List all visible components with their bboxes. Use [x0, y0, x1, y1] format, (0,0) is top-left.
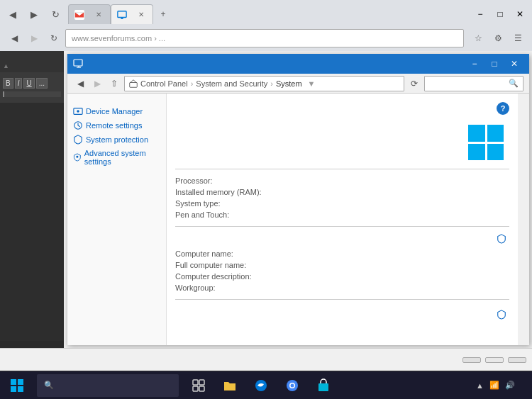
settings-icon[interactable]: ⚙ [489, 30, 506, 47]
svg-rect-14 [193, 386, 198, 391]
cancel-button[interactable] [508, 357, 526, 363]
system-protection-link[interactable]: System protection [73, 135, 160, 145]
task-view-button[interactable] [184, 371, 213, 400]
tab-2-close[interactable]: ✕ [135, 9, 147, 21]
taskbar-search-box[interactable]: 🔍 [37, 374, 179, 397]
post-quick-reply-button[interactable] [462, 357, 481, 363]
svg-rect-1 [118, 11, 126, 17]
divider-2 [175, 226, 509, 227]
remote-settings-icon [73, 120, 83, 130]
sys-address-bar[interactable]: Control Panel › System and Security › Sy… [124, 76, 404, 91]
address-input[interactable]: www.sevenforums.com › ... [65, 29, 464, 47]
sys-maximize-button[interactable]: □ [485, 55, 504, 73]
refresh-button[interactable]: ↻ [45, 4, 65, 24]
back-nav-button[interactable]: ◀ [6, 30, 23, 47]
store-icon[interactable] [309, 371, 338, 400]
tab-2[interactable]: ✕ [111, 4, 153, 24]
system-tray: ▲ 📶 🔊 [470, 381, 532, 390]
pen-touch-row: Pen and Touch: [175, 210, 509, 219]
new-tab-button[interactable]: + [153, 4, 173, 24]
sys-close-button[interactable]: ✕ [505, 55, 523, 73]
windows-store-icon [316, 378, 331, 393]
forum-toolbar: B I U ... [3, 78, 61, 89]
monitor-favicon [117, 10, 127, 20]
italic-button[interactable]: I [15, 78, 23, 89]
windows-logo [11, 379, 23, 392]
bc-dropdown-icon[interactable]: ▼ [308, 79, 316, 88]
sys-up-button[interactable]: ⇧ [107, 77, 121, 91]
sys-minimize-button[interactable]: − [465, 55, 484, 73]
windows10-logo [468, 125, 509, 160]
device-manager-link[interactable]: Device Manager [73, 106, 160, 116]
menu-icon[interactable]: ☰ [509, 30, 526, 47]
taskbar-app-icons [182, 371, 340, 400]
bold-button[interactable]: B [3, 78, 13, 89]
full-comp-name-label: Full computer name: [175, 261, 303, 269]
ram-label: Installed memory (RAM): [175, 188, 303, 196]
maximize-button[interactable]: □ [491, 5, 509, 23]
addr-text: www.sevenforums.com › ... [72, 34, 165, 43]
computer-desc-row: Computer description: [175, 272, 509, 281]
browser-controls: ◀ ▶ ↻ [3, 4, 65, 24]
svg-rect-7 [130, 82, 138, 87]
chrome-icon[interactable] [278, 371, 306, 400]
taskbar: 🔍 ▲ 📶 🔊 [0, 371, 532, 399]
sys-back-button[interactable]: ◀ [73, 77, 87, 91]
refresh-nav-button[interactable]: ↻ [45, 30, 62, 47]
bc-system: System [276, 79, 302, 88]
bc-sep2: › [270, 79, 273, 88]
close-button[interactable]: ✕ [511, 5, 529, 23]
svg-rect-4 [74, 60, 82, 66]
comp-desc-value [303, 272, 509, 281]
product-id-label [175, 310, 303, 320]
system-sidebar: Device Manager Remote settings System pr… [67, 94, 167, 345]
toolbar-icons: ☆ ⚙ ☰ [470, 30, 526, 47]
product-id-value [303, 310, 485, 320]
browser-bottom-bar [0, 348, 532, 371]
start-button[interactable] [0, 371, 34, 400]
advanced-settings-icon [73, 152, 82, 162]
tab-1[interactable]: ✕ [68, 4, 111, 24]
forum-icon: ▲ [3, 62, 9, 69]
go-advanced-button[interactable] [485, 357, 504, 363]
browser-chrome: ◀ ▶ ↻ ✕ [0, 0, 532, 51]
system-info-table: Processor: Installed memory (RAM): Syste… [175, 176, 509, 219]
volume-icon[interactable]: 🔊 [505, 381, 515, 390]
system-title-bar: − □ ✕ [67, 54, 529, 74]
advanced-system-settings-link[interactable]: Advanced system settings [73, 149, 160, 166]
edge-icon[interactable] [247, 371, 275, 400]
shield-icon [73, 135, 83, 145]
change-settings-link[interactable] [497, 234, 509, 244]
scrollbar[interactable] [518, 94, 529, 345]
system-type-label: System type: [175, 199, 303, 208]
forward-button[interactable]: ▶ [24, 4, 44, 24]
svg-rect-12 [193, 380, 198, 385]
bc-control-panel: Control Panel [140, 79, 188, 88]
workgroup-label: Workgroup: [175, 283, 303, 292]
change-product-key-link[interactable] [497, 310, 509, 320]
sidebar-see-also [0, 341, 64, 348]
gmail-favicon [74, 10, 84, 20]
processor-row: Processor: [175, 176, 509, 185]
help-icon[interactable]: ? [497, 102, 509, 115]
system-specs-header: ▲ [0, 51, 64, 72]
address-bar: ◀ ▶ ↻ www.sevenforums.com › ... ☆ ⚙ ☰ [0, 26, 532, 51]
remote-settings-link[interactable]: Remote settings [73, 120, 160, 130]
minimize-button[interactable]: − [471, 5, 489, 23]
sys-search-box[interactable]: 🔍 [424, 76, 523, 91]
tab-1-close[interactable]: ✕ [93, 9, 104, 21]
search-icon[interactable]: 🔍 [509, 79, 519, 88]
system-window: − □ ✕ ◀ ▶ ⇧ Control Panel › System and S… [67, 54, 529, 345]
bookmark-star-icon[interactable]: ☆ [470, 30, 487, 47]
back-button[interactable]: ◀ [3, 4, 23, 24]
file-explorer-icon[interactable] [216, 371, 244, 400]
sys-forward-button[interactable]: ▶ [90, 77, 104, 91]
edition-section [175, 125, 509, 160]
more-format-button[interactable]: ... [36, 78, 48, 89]
underline-button[interactable]: U [23, 78, 34, 89]
tray-up-arrow[interactable]: ▲ [476, 381, 484, 390]
task-view-icon [192, 378, 206, 393]
refresh-addr-button[interactable]: ⟳ [407, 77, 421, 91]
quick-reply-box: B I U ... [0, 72, 64, 103]
forward-nav-button[interactable]: ▶ [26, 30, 43, 47]
